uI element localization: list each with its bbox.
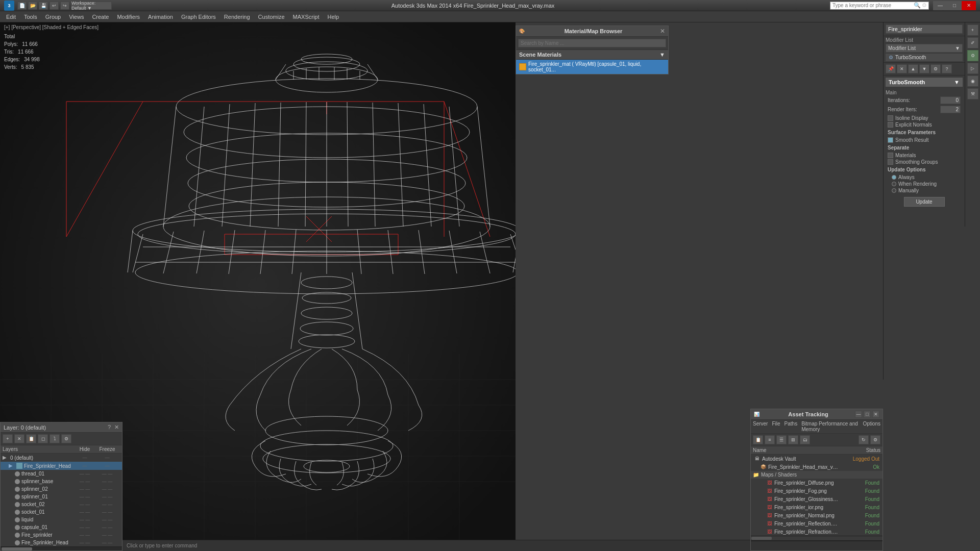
asset-refraction[interactable]: 🖼 Fire_sprinkler_Refraction.png Found xyxy=(751,528,883,536)
layer-scrollbar[interactable] xyxy=(1,546,122,550)
layer-settings-btn[interactable]: ⚙ xyxy=(61,434,71,443)
pin-btn[interactable]: 📌 xyxy=(886,64,896,73)
ts-explicit-normals-checkbox[interactable] xyxy=(888,122,893,128)
menu-views[interactable]: Views xyxy=(65,13,88,21)
utilities-icon[interactable]: ⚒ xyxy=(967,88,978,99)
move-down-btn[interactable]: ▼ xyxy=(919,64,929,73)
menu-create[interactable]: Create xyxy=(88,13,113,21)
ts-update-button[interactable]: Update xyxy=(904,197,945,207)
layer-item-fire-sprinkler[interactable]: Fire_sprinkler — — — — xyxy=(1,531,122,539)
menu-group[interactable]: Group xyxy=(41,13,65,21)
search-box[interactable]: 🔍 ⚙ xyxy=(830,2,929,10)
asset-ior[interactable]: 🖼 Fire_sprinkler_ior.png Found xyxy=(751,503,883,511)
asset-glossiness[interactable]: 🖼 Fire_sprinkler_Glossiness.png Found xyxy=(751,495,883,503)
layer-item-fire-sprinkler-head-2[interactable]: Fire_Sprinkler_Head — — — — xyxy=(1,539,122,546)
mat-scene-materials[interactable]: Scene Materials ▼ xyxy=(516,50,668,60)
search-input[interactable] xyxy=(830,2,912,9)
menu-tools[interactable]: Tools xyxy=(20,13,41,21)
asset-hscrollbar[interactable] xyxy=(751,536,883,540)
asset-close-btn[interactable]: ✕ xyxy=(872,411,879,418)
layer-item-fire-sprinkler-head[interactable]: ▶ Fire_Sprinkler_Head — — xyxy=(1,462,122,470)
asset-normal[interactable]: 🖼 Fire_sprinkler_Normal.png Found xyxy=(751,511,883,519)
layer-item-capsule[interactable]: capsule_01 — — — — xyxy=(1,523,122,531)
asset-btn-5[interactable]: 🗂 xyxy=(800,435,810,444)
modify-icon[interactable]: ✐ xyxy=(967,37,978,48)
asset-refresh-btn[interactable]: ↻ xyxy=(859,435,869,444)
layer-delete-btn[interactable]: ✕ xyxy=(14,434,24,443)
asset-min-btn[interactable]: — xyxy=(855,411,862,418)
layer-help-btn[interactable]: ? xyxy=(108,424,111,431)
layer-add-btn[interactable]: + xyxy=(3,434,13,443)
asset-max-file[interactable]: 📦 Fire_Sprinkler_Head_max_vray.max Ok xyxy=(751,463,883,471)
asset-reflection[interactable]: 🖼 Fire_sprinkler_Reflection.png Found xyxy=(751,519,883,528)
menu-maxscript[interactable]: MAXScript xyxy=(289,13,324,21)
layer-sel-btn[interactable]: ◻ xyxy=(38,434,48,443)
tb-open[interactable]: 📂 xyxy=(28,2,37,10)
asset-max-btn[interactable]: □ xyxy=(864,411,871,418)
asset-diffuse[interactable]: 🖼 Fire_sprinkler_Diffuse.png Found xyxy=(751,479,883,487)
ts-manually-radio[interactable] xyxy=(892,188,896,193)
layer-item-splinner-base[interactable]: splinner_base — — — — xyxy=(1,478,122,485)
menu-edit[interactable]: Edit xyxy=(2,13,20,21)
search-icon[interactable]: 🔍 xyxy=(914,2,921,9)
asset-footer-input[interactable] xyxy=(751,541,883,549)
asset-btn-2[interactable]: ≡ xyxy=(765,435,775,444)
layer-item-socket-02[interactable]: socket_02 — — — — xyxy=(1,500,122,508)
close-button[interactable]: ✕ xyxy=(962,1,976,10)
menu-help[interactable]: Help xyxy=(324,13,344,21)
turbosmooth-header[interactable]: TurboSmooth ▼ xyxy=(886,78,963,87)
ts-smoothing-groups-checkbox[interactable] xyxy=(888,159,893,165)
ts-iterations-input[interactable] xyxy=(940,96,961,104)
menu-modifiers[interactable]: Modifiers xyxy=(113,13,144,21)
search-opt1[interactable]: ⚙ xyxy=(922,2,927,9)
tb-workspace[interactable]: Workspace: Default ▼ xyxy=(71,2,112,10)
ts-materials-checkbox[interactable] xyxy=(888,153,893,158)
asset-fog[interactable]: 🖼 Fire_sprinkler_Fog.png Found xyxy=(751,487,883,495)
layer-item-socket-01[interactable]: socket_01 — — — — xyxy=(1,508,122,516)
asset-settings-btn[interactable]: ⚙ xyxy=(870,435,880,444)
display-icon[interactable]: ◉ xyxy=(967,76,978,87)
modifier-dropdown[interactable]: Modifier List ▼ xyxy=(886,44,963,53)
asset-menu-bitmap[interactable]: Bitmap Performance and Memory xyxy=(801,421,859,432)
asset-menu-options[interactable]: Options xyxy=(863,421,880,432)
ts-isoline-checkbox[interactable] xyxy=(888,115,893,121)
layer-item-liquid[interactable]: liquid — — — — xyxy=(1,516,122,523)
menu-graph-editors[interactable]: Graph Editors xyxy=(177,13,220,21)
help-btn[interactable]: ? xyxy=(942,64,952,73)
layer-item-thread[interactable]: thread_01 — — — — xyxy=(1,470,122,478)
asset-btn-1[interactable]: 📋 xyxy=(753,435,763,444)
layer-item-0-default[interactable]: ▶ 0 (default) — — xyxy=(1,454,122,462)
menu-customize[interactable]: Customize xyxy=(254,13,289,21)
mat-item[interactable]: Fire_sprinkler_mat ( VRayMtl) [capsule_0… xyxy=(516,60,668,74)
tb-redo[interactable]: ↪ xyxy=(60,2,69,10)
asset-menu-paths[interactable]: Paths xyxy=(785,421,798,432)
tb-new[interactable]: 📄 xyxy=(17,2,27,10)
asset-btn-3[interactable]: ☰ xyxy=(776,435,787,444)
ts-render-iters-input[interactable] xyxy=(940,106,961,113)
ts-smooth-result-checkbox[interactable] xyxy=(888,137,893,143)
tb-save[interactable]: 💾 xyxy=(39,2,48,10)
asset-menu-server[interactable]: Server xyxy=(753,421,768,432)
asset-btn-4[interactable]: ⊞ xyxy=(788,435,798,444)
layer-add-sel-btn[interactable]: 📋 xyxy=(26,434,36,443)
ts-when-rendering-radio[interactable] xyxy=(892,182,896,186)
ts-always-radio[interactable] xyxy=(892,175,896,180)
motion-icon[interactable]: ▷ xyxy=(967,63,978,74)
layer-merge-btn[interactable]: ⤵ xyxy=(50,434,60,443)
mat-search-input[interactable] xyxy=(518,39,666,47)
delete-btn[interactable]: ✕ xyxy=(897,64,907,73)
layer-close-btn[interactable]: ✕ xyxy=(114,424,119,431)
options-btn[interactable]: ⚙ xyxy=(930,64,941,73)
move-up-btn[interactable]: ▲ xyxy=(908,64,918,73)
mat-browser-close[interactable]: ✕ xyxy=(660,28,665,35)
create-icon[interactable]: + xyxy=(967,24,978,36)
tb-undo[interactable]: ↩ xyxy=(50,2,59,10)
asset-vault[interactable]: 🏛 Autodesk Vault Logged Out xyxy=(751,455,883,463)
minimize-button[interactable]: — xyxy=(933,1,947,10)
layer-item-splinner-02[interactable]: splinner_02 — — — — xyxy=(1,485,122,493)
menu-animation[interactable]: Animation xyxy=(144,13,177,21)
turbosmooth-modifier-item[interactable]: ⚙ TurboSmooth xyxy=(886,54,963,61)
object-name-input[interactable] xyxy=(886,24,963,34)
layer-item-splinner-01[interactable]: splinner_01 — — — — xyxy=(1,493,122,500)
asset-menu-file[interactable]: File xyxy=(772,421,780,432)
